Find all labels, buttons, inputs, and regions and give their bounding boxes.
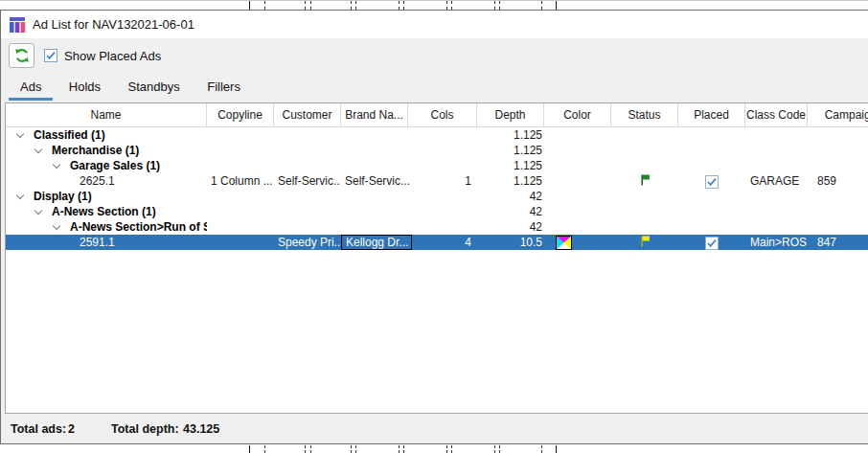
tab-holds[interactable]: Holds bbox=[57, 73, 112, 101]
col-header-placed[interactable]: Placed bbox=[678, 103, 745, 126]
page-guide-line bbox=[351, 445, 352, 453]
copyline-value: 1 Column ... bbox=[207, 173, 274, 189]
page-guide-line bbox=[403, 445, 404, 453]
cols-value: 4 bbox=[408, 235, 471, 250]
placed-checkbox[interactable] bbox=[705, 175, 719, 189]
table-row-group-merchandise[interactable]: Merchandise (1) 1.125 bbox=[6, 143, 868, 158]
green-flag-icon bbox=[640, 174, 651, 189]
page-guide-line bbox=[451, 445, 452, 453]
group-label: A-News Section>Run of Se bbox=[6, 219, 207, 235]
total-depth-label: Total depth: bbox=[111, 422, 179, 436]
col-header-name[interactable]: Name bbox=[6, 103, 207, 126]
tab-bar: Ads Holds Standbys Fillers bbox=[1, 73, 868, 102]
campaign-value: 847 bbox=[808, 235, 868, 250]
table-row-group-display[interactable]: Display (1) 42 bbox=[6, 189, 868, 204]
tab-ads[interactable]: Ads bbox=[9, 73, 53, 101]
table-row-group-a-news-section[interactable]: A-News Section (1) 42 bbox=[6, 204, 868, 219]
page-guide-line bbox=[556, 1, 557, 10]
tab-fillers[interactable]: Fillers bbox=[195, 73, 252, 101]
page-guide-line bbox=[305, 1, 306, 10]
cols-value: 1 bbox=[408, 173, 471, 189]
page-guide-line bbox=[403, 1, 404, 10]
table-row-group-run-of-section[interactable]: A-News Section>Run of Se 42 bbox=[6, 219, 868, 235]
depth-value: 42 bbox=[477, 219, 542, 235]
ad-name: 2591.1 bbox=[6, 235, 207, 250]
status-cell bbox=[611, 173, 678, 189]
col-header-color[interactable]: Color bbox=[544, 103, 611, 126]
table-row-ad-2591-selected[interactable]: 2591.1 Speedy Pri... Kellogg Dr... 4 10.… bbox=[6, 235, 868, 250]
customer-value: Speedy Pri... bbox=[274, 235, 341, 250]
placed-checkbox[interactable] bbox=[705, 237, 719, 250]
brand-value: Self-Servic... bbox=[341, 173, 410, 189]
group-label: Classified (1) bbox=[6, 127, 207, 143]
page-guide-line bbox=[541, 445, 542, 453]
col-header-copyline[interactable]: Copyline bbox=[207, 103, 274, 126]
total-ads-label: Total ads: bbox=[11, 422, 66, 436]
col-header-campaign[interactable]: Campaign bbox=[808, 103, 868, 126]
total-depth-value: 43.125 bbox=[183, 422, 219, 436]
ad-list-window: Ad List for NAV132021-06-01 Show Placed … bbox=[0, 10, 868, 444]
ad-name: 2625.1 bbox=[6, 173, 207, 189]
col-header-depth[interactable]: Depth bbox=[477, 103, 544, 126]
depth-value: 1.125 bbox=[477, 173, 542, 189]
table-row-ad-2625[interactable]: 2625.1 1 Column ... Self-Servic... Self-… bbox=[6, 173, 868, 189]
toolbar: Show Placed Ads bbox=[1, 38, 868, 73]
depth-value: 10.5 bbox=[477, 235, 542, 250]
page-guide-line bbox=[446, 445, 447, 453]
status-cell bbox=[611, 235, 678, 250]
checkmark-icon bbox=[45, 50, 57, 61]
color-cell bbox=[544, 235, 611, 250]
cmyk-color-swatch-icon bbox=[556, 235, 572, 250]
page-guide-line bbox=[351, 1, 352, 10]
depth-value: 1.125 bbox=[477, 127, 542, 143]
page-guide-line bbox=[355, 1, 356, 10]
page-guide-line bbox=[556, 445, 557, 453]
window-title: Ad List for NAV132021-06-01 bbox=[33, 17, 194, 32]
page-guide-line bbox=[310, 445, 311, 453]
campaign-value: 859 bbox=[808, 173, 868, 189]
col-header-customer[interactable]: Customer bbox=[274, 103, 341, 126]
page-guide-line bbox=[399, 445, 400, 453]
page-guide-line bbox=[499, 445, 500, 453]
col-header-class-code[interactable]: Class Code bbox=[745, 103, 808, 126]
page-guide-line bbox=[249, 445, 250, 453]
page-guide-line bbox=[499, 1, 500, 10]
group-label: Display (1) bbox=[6, 189, 207, 204]
col-header-status[interactable]: Status bbox=[611, 103, 678, 126]
page-guide-line bbox=[494, 1, 495, 10]
screen: Ad List for NAV132021-06-01 Show Placed … bbox=[0, 0, 868, 453]
status-bar: Total ads: 2 Total depth: 43.125 bbox=[1, 414, 868, 444]
depth-value: 1.125 bbox=[477, 158, 542, 173]
page-guide-line bbox=[494, 445, 495, 453]
tab-standbys[interactable]: Standbys bbox=[117, 73, 192, 101]
background-page-guides-top bbox=[0, 0, 868, 10]
page-guide-line bbox=[399, 1, 400, 10]
col-header-brand-name[interactable]: Brand Na... bbox=[341, 103, 408, 126]
page-guide-line bbox=[305, 445, 306, 453]
refresh-button[interactable] bbox=[9, 43, 34, 68]
col-header-cols[interactable]: Cols bbox=[408, 103, 477, 126]
ad-table: Name Copyline Customer Brand Na... Cols … bbox=[5, 102, 868, 414]
group-label: Garage Sales (1) bbox=[6, 158, 207, 173]
table-body: Classified (1) 1.125 Merchandise (1) 1.1… bbox=[6, 127, 868, 250]
depth-value: 42 bbox=[477, 189, 542, 204]
brand-value-focused-cell[interactable]: Kellogg Dr... bbox=[341, 235, 412, 250]
page-guide-line bbox=[264, 445, 265, 453]
placed-cell bbox=[678, 235, 745, 250]
page-guide-line bbox=[249, 1, 250, 10]
page-guide-line bbox=[355, 445, 356, 453]
class-code-value: GARAGE bbox=[745, 173, 808, 189]
checkmark-icon bbox=[706, 238, 718, 249]
page-guide-line bbox=[446, 1, 447, 10]
table-row-group-garage-sales[interactable]: Garage Sales (1) 1.125 bbox=[6, 158, 868, 173]
title-bar[interactable]: Ad List for NAV132021-06-01 bbox=[1, 11, 868, 38]
page-guide-line bbox=[264, 1, 265, 10]
placed-cell bbox=[678, 173, 745, 189]
page-guide-line bbox=[310, 1, 311, 10]
page-guide-line bbox=[541, 1, 542, 10]
yellow-flag-icon bbox=[640, 236, 651, 250]
table-row-group-classified[interactable]: Classified (1) 1.125 bbox=[6, 127, 868, 143]
show-placed-ads-checkbox[interactable] bbox=[44, 49, 57, 62]
show-placed-ads-label[interactable]: Show Placed Ads bbox=[64, 49, 161, 63]
background-page-guides-bottom bbox=[0, 445, 868, 453]
